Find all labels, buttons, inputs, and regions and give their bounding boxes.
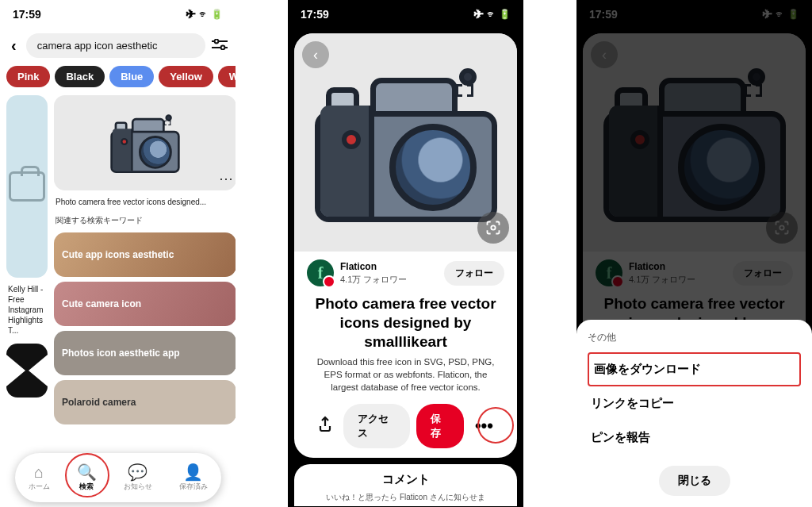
pin-caption: Kelly Hill - Free Instagram Highlights T…: [6, 282, 48, 339]
camera-icon: [110, 113, 179, 173]
related-label: 関連する検索キーワード: [54, 215, 236, 228]
svg-point-2: [215, 40, 219, 44]
suitcase-icon: [9, 171, 45, 202]
chip-black[interactable]: Black: [55, 66, 105, 87]
avatar[interactable]: f: [307, 259, 334, 286]
visual-search-icon[interactable]: [477, 212, 509, 244]
search-input[interactable]: camera app icon aesthetic: [26, 33, 205, 58]
follow-button[interactable]: フォロー: [444, 261, 504, 286]
chip-white[interactable]: White: [218, 66, 236, 87]
filter-icon[interactable]: [212, 37, 228, 54]
action-row: アクセス 保存 •••: [307, 394, 504, 448]
action-sheet: その他 画像をダウンロード リンクをコピー ピンを報告 閉じる: [576, 320, 812, 507]
nav-label: 保存済み: [179, 482, 208, 492]
phone-pin-detail: 17:59 ✈ ᯤ 🔋 ‹ f Flaticon: [288, 0, 523, 507]
nav-label: 検索: [79, 482, 94, 492]
nav-saved[interactable]: 👤 保存済み: [179, 464, 208, 492]
pin-detail-card: ‹ f Flaticon 4.1万 フォロワー フォロー: [294, 33, 517, 458]
access-button[interactable]: アクセス: [343, 404, 410, 448]
nav-label: お知らせ: [124, 482, 152, 492]
comments-sub: いいね！と思ったら Flaticon さんに知らせま: [304, 492, 508, 503]
share-icon[interactable]: [313, 416, 337, 436]
comments-heading: コメント: [304, 472, 508, 487]
pin-image[interactable]: ‹: [294, 33, 517, 252]
back-button[interactable]: ‹: [8, 36, 20, 55]
svg-point-3: [221, 46, 225, 50]
nav-search[interactable]: 🔍 検索: [77, 464, 97, 492]
author-followers: 4.1万 フォロワー: [340, 274, 438, 285]
chip-yellow[interactable]: Yellow: [159, 66, 213, 87]
pin-card[interactable]: [6, 95, 48, 278]
status-bar: 17:59 ✈ ᯤ 🔋: [288, 0, 523, 29]
related-card[interactable]: Photos icon aesthetic app: [54, 331, 236, 375]
report-pin[interactable]: ピンを報告: [588, 421, 801, 455]
search-row: ‹ camera app icon aesthetic: [0, 29, 236, 63]
phone-search-results: 17:59 ✈ ᯤ 🔋 ‹ camera app icon aesthetic …: [0, 0, 236, 507]
pin-title: Photo camera free vector icons designed …: [307, 294, 504, 351]
chat-icon: 💬: [128, 464, 147, 480]
search-icon: 🔍: [77, 464, 97, 480]
status-icons: ✈ ᯤ 🔋: [186, 9, 223, 20]
related-card[interactable]: Cute camera icon: [54, 282, 236, 326]
status-icons: ✈ ᯤ 🔋: [474, 9, 511, 20]
comments-card[interactable]: コメント いいね！と思ったら Flaticon さんに知らせま: [294, 464, 517, 506]
status-time: 17:59: [13, 8, 41, 21]
copy-link[interactable]: リンクをコピー: [588, 386, 801, 421]
dimmed-background: 17:59✈ ᯤ 🔋 ‹ f Flaticon: [576, 0, 812, 365]
user-icon: 👤: [183, 464, 203, 480]
status-time: 17:59: [301, 8, 329, 21]
capcut-icon: [6, 355, 48, 386]
filter-chips: Pink Black Blue Yellow White P: [0, 63, 236, 95]
home-icon: ⌂: [34, 464, 44, 480]
sheet-header: その他: [588, 331, 801, 344]
download-image[interactable]: 画像をダウンロード: [588, 352, 801, 386]
bottom-nav: ⌂ ホーム 🔍 検索 💬 お知らせ 👤 保存済み: [15, 453, 221, 502]
results-grid: Kelly Hill - Free Instagram Highlights T…: [0, 95, 236, 507]
arrow-icon: ➔: [248, 250, 270, 282]
related-card[interactable]: Polaroid camera: [54, 380, 236, 424]
more-icon[interactable]: ⋯: [219, 170, 233, 187]
author-name[interactable]: Flaticon: [340, 261, 438, 274]
pin-card[interactable]: ⋯: [54, 95, 236, 190]
pin-description: Download this free icon in SVG, PSD, PNG…: [307, 355, 504, 394]
phone-action-sheet: 17:59✈ ᯤ 🔋 ‹ f Flaticon: [576, 0, 812, 507]
nav-notifications[interactable]: 💬 お知らせ: [124, 464, 152, 492]
chip-pink[interactable]: Pink: [6, 66, 50, 87]
more-button[interactable]: •••: [470, 416, 498, 436]
close-button[interactable]: 閉じる: [659, 466, 730, 496]
save-button[interactable]: 保存: [416, 404, 464, 448]
related-card[interactable]: Cute app icons aesthetic: [54, 232, 236, 277]
pin-card[interactable]: [6, 344, 48, 398]
camera-icon: [315, 63, 497, 222]
author-row: f Flaticon 4.1万 フォロワー フォロー: [307, 259, 504, 286]
svg-point-4: [491, 225, 495, 229]
nav-home[interactable]: ⌂ ホーム: [29, 464, 50, 492]
pin-caption: Photo camera free vector icons designed.…: [54, 195, 236, 210]
svg-point-5: [779, 225, 783, 229]
chip-blue[interactable]: Blue: [109, 66, 154, 87]
arrow-icon: ➔: [536, 250, 558, 282]
nav-label: ホーム: [29, 482, 50, 492]
status-bar: 17:59 ✈ ᯤ 🔋: [0, 0, 236, 29]
